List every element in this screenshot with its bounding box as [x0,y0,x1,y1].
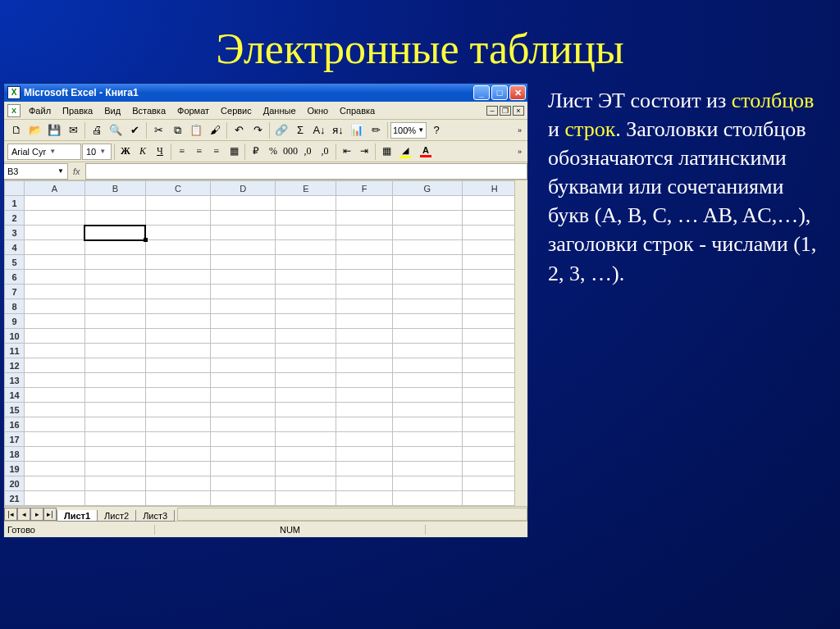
cell[interactable] [84,403,145,417]
cell[interactable] [276,403,336,417]
sheet-tab[interactable]: Лист2 [97,510,136,522]
cell[interactable] [211,358,276,373]
formula-bar[interactable] [85,163,527,180]
cell[interactable] [211,270,276,285]
cell[interactable] [276,314,336,329]
cell[interactable] [211,211,276,226]
row-header[interactable]: 2 [5,211,25,226]
menu-tools[interactable]: Сервис [216,104,257,117]
cell[interactable] [392,373,462,388]
column-header[interactable]: E [276,181,336,196]
font-color-button[interactable]: A [416,144,436,160]
cell[interactable] [84,226,145,240]
decrease-decimal-button[interactable]: ,0 [317,144,333,160]
menu-view[interactable]: Вид [99,104,126,117]
cell[interactable] [84,462,145,476]
column-header[interactable]: B [84,181,145,196]
cell[interactable] [145,403,210,417]
cell[interactable] [392,417,462,432]
vertical-scrollbar[interactable] [514,180,527,506]
cell[interactable] [84,417,145,432]
hyperlink-button[interactable]: 🔗 [272,121,290,139]
cell[interactable] [336,344,393,358]
fx-icon[interactable]: fx [68,166,85,176]
cell[interactable] [276,299,336,314]
menu-help[interactable]: Справка [335,104,380,117]
cell[interactable] [392,388,462,403]
decrease-indent-button[interactable]: ⇤ [339,144,355,160]
close-button[interactable]: ✕ [509,85,526,100]
cell[interactable] [392,329,462,344]
cell[interactable] [211,432,276,447]
menu-format[interactable]: Формат [172,104,214,117]
cell[interactable] [145,373,210,388]
cell[interactable] [211,403,276,417]
cell[interactable] [211,388,276,403]
column-header[interactable]: F [336,181,393,196]
row-header[interactable]: 19 [5,462,25,476]
row-header[interactable]: 13 [5,373,25,388]
cell[interactable] [84,314,145,329]
cell[interactable] [336,373,393,388]
cell[interactable] [276,255,336,270]
cell[interactable] [84,270,145,285]
row-header[interactable]: 5 [5,255,25,270]
cell[interactable] [145,196,210,211]
cell[interactable] [211,314,276,329]
cell[interactable] [336,255,393,270]
cell[interactable] [25,432,85,447]
cell[interactable] [211,196,276,211]
cell[interactable] [25,314,85,329]
preview-button[interactable]: 🔍 [107,121,125,139]
open-button[interactable]: 📂 [26,121,44,139]
cell[interactable] [145,476,210,491]
row-header[interactable]: 6 [5,270,25,285]
select-all-button[interactable] [5,181,25,196]
cell[interactable] [276,270,336,285]
maximize-button[interactable]: □ [491,85,508,100]
cell[interactable] [336,462,393,476]
cell[interactable] [25,211,85,226]
cell[interactable] [336,299,393,314]
cell[interactable] [25,270,85,285]
row-header[interactable]: 9 [5,314,25,329]
cell[interactable] [392,196,462,211]
cell[interactable] [392,255,462,270]
doc-icon[interactable]: X [7,104,21,117]
format-painter-button[interactable]: 🖌 [206,121,224,139]
cell[interactable] [25,403,85,417]
italic-button[interactable]: К [135,144,151,160]
redo-button[interactable]: ↷ [249,121,267,139]
cell[interactable] [392,270,462,285]
cell[interactable] [211,462,276,476]
row-header[interactable]: 14 [5,388,25,403]
cell[interactable] [392,314,462,329]
cell[interactable] [25,329,85,344]
cell[interactable] [336,476,393,491]
cell[interactable] [336,240,393,255]
cell[interactable] [145,344,210,358]
cell[interactable] [392,344,462,358]
cell[interactable] [84,285,145,299]
cell[interactable] [276,211,336,226]
row-header[interactable]: 21 [5,491,25,506]
cell[interactable] [84,491,145,506]
cell[interactable] [336,388,393,403]
row-header[interactable]: 4 [5,240,25,255]
cell[interactable] [145,255,210,270]
cell[interactable] [211,344,276,358]
row-header[interactable]: 15 [5,403,25,417]
column-header[interactable]: A [25,181,85,196]
cell[interactable] [211,447,276,462]
cell[interactable] [276,226,336,240]
cell[interactable] [276,285,336,299]
cell[interactable] [145,240,210,255]
cell[interactable] [25,491,85,506]
cell[interactable] [392,211,462,226]
cell[interactable] [145,417,210,432]
increase-decimal-button[interactable]: ,0 [299,144,316,160]
cell[interactable] [25,240,85,255]
column-header[interactable]: G [392,181,462,196]
name-box[interactable]: B3▼ [4,163,68,180]
cell[interactable] [276,432,336,447]
